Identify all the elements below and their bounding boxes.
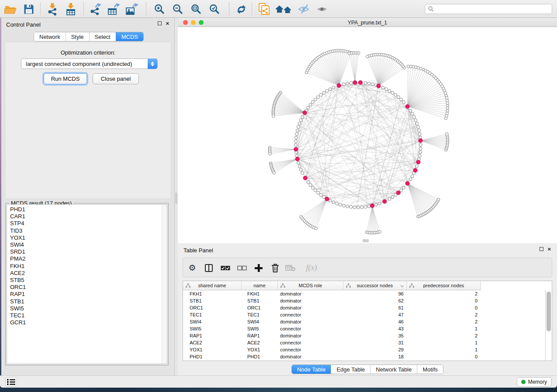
graph-node[interactable] [437, 198, 439, 201]
table-row[interactable]: PHD1PHD1dominator180 [183, 353, 545, 360]
delete-columns-icon[interactable] [269, 258, 282, 278]
graph-node[interactable] [317, 96, 320, 99]
tab-style[interactable]: Style [66, 32, 89, 41]
dominator-node[interactable] [383, 199, 387, 203]
dominator-node[interactable] [405, 104, 409, 108]
refresh-icon[interactable] [233, 2, 249, 17]
show-graphics-details-icon[interactable] [315, 2, 330, 17]
table-row[interactable]: SWI5SWI5connector431 [183, 325, 545, 332]
graph-node[interactable] [388, 197, 391, 200]
zoom-fit-icon[interactable] [188, 2, 204, 17]
close-panel-icon[interactable]: × [547, 247, 551, 251]
graph-node[interactable] [415, 165, 419, 168]
tab-network[interactable]: Network [34, 32, 66, 41]
dominator-node[interactable] [416, 160, 420, 164]
graph-node[interactable] [317, 191, 320, 194]
list-item[interactable]: TID3 [7, 227, 167, 234]
graph-node[interactable] [325, 89, 329, 93]
graph-node[interactable] [294, 144, 298, 147]
graph-node[interactable] [273, 172, 275, 174]
dominator-node[interactable] [325, 197, 329, 201]
graph-node[interactable] [417, 126, 420, 129]
graph-node[interactable] [412, 115, 415, 118]
graph-node[interactable] [353, 206, 356, 209]
graph-node[interactable] [336, 202, 339, 205]
dominator-node[interactable] [303, 111, 307, 115]
list-item[interactable]: ACE2 [7, 270, 167, 277]
graph-node[interactable] [299, 119, 302, 122]
column-header-name[interactable]: name [242, 281, 278, 290]
export-table-icon[interactable] [106, 2, 121, 17]
column-header-shared-name[interactable]: shared name [183, 281, 242, 290]
graph-node[interactable] [411, 112, 414, 115]
network-canvas[interactable] [178, 27, 557, 243]
run-mcds-button[interactable]: Run MCDS [44, 73, 87, 84]
graph-node[interactable] [297, 162, 300, 165]
vertical-splitter[interactable] [175, 18, 178, 375]
graph-node[interactable] [346, 82, 349, 85]
graph-node[interactable] [332, 201, 335, 204]
graph-node[interactable] [343, 204, 346, 207]
graph-node[interactable] [309, 103, 312, 107]
dominator-node[interactable] [413, 168, 417, 172]
unselect-all-icon[interactable] [235, 258, 249, 278]
graph-node[interactable] [314, 98, 317, 101]
zoom-in-icon[interactable] [152, 2, 167, 17]
graph-node[interactable] [295, 133, 298, 136]
close-panel-icon[interactable]: × [166, 21, 169, 25]
mcds-list-scrollbar[interactable] [162, 205, 167, 364]
criterion-dropdown[interactable]: largest connected component (undirected) [21, 58, 158, 69]
tab-network-table[interactable]: Network Table [370, 365, 417, 374]
table-row[interactable]: ACE2ACE2connector311 [183, 339, 545, 346]
graph-node[interactable] [418, 133, 421, 136]
graph-node[interactable] [409, 178, 412, 181]
graph-node[interactable] [364, 82, 367, 85]
graph-node[interactable] [349, 206, 353, 209]
list-item[interactable]: SRD1 [7, 248, 167, 255]
list-item[interactable]: STP4 [7, 220, 167, 227]
list-item[interactable]: STB5 [7, 277, 167, 284]
graph-node[interactable] [391, 91, 394, 94]
graph-node[interactable] [299, 168, 302, 171]
graph-node[interactable] [349, 82, 353, 85]
select-all-icon[interactable] [219, 258, 232, 278]
graph-node[interactable] [329, 88, 332, 91]
column-header-MCDS-role[interactable]: MCDS role [278, 281, 343, 290]
graph-node[interactable] [411, 175, 414, 178]
tab-edge-table[interactable]: Edge Table [331, 365, 370, 374]
create-column-icon[interactable] [252, 258, 265, 278]
graph-node[interactable] [307, 181, 310, 184]
graph-node[interactable] [367, 82, 370, 85]
dominator-node[interactable] [295, 157, 299, 161]
list-item[interactable]: TEC1 [7, 312, 167, 319]
memory-button[interactable]: Memory [517, 377, 551, 387]
graph-node[interactable] [307, 106, 310, 109]
list-item[interactable]: SWI5 [7, 305, 167, 312]
graph-node[interactable] [409, 109, 412, 112]
graph-node[interactable] [322, 91, 325, 94]
column-header-predecessor-nodes[interactable]: predecessor nodes [407, 281, 481, 290]
graph-node[interactable] [339, 203, 342, 206]
graph-node[interactable] [371, 83, 374, 86]
two-houses-icon[interactable] [274, 2, 294, 17]
float-panel-icon[interactable] [158, 21, 162, 25]
graph-node[interactable] [388, 89, 391, 93]
graph-node[interactable] [375, 203, 378, 206]
import-network-icon[interactable] [45, 2, 60, 17]
column-header-successor-nodes[interactable]: successor nodes [343, 281, 407, 290]
table-row[interactable]: TEC1TEC1connector472 [183, 311, 545, 318]
tab-mcds[interactable]: MCDS [116, 32, 143, 41]
graph-node[interactable] [360, 206, 363, 209]
graph-node[interactable] [419, 147, 422, 150]
graph-node[interactable] [311, 186, 315, 189]
splitter-handle[interactable] [175, 193, 177, 204]
graph-node[interactable] [298, 122, 301, 125]
graph-node[interactable] [385, 88, 388, 91]
dominator-node[interactable] [377, 84, 381, 88]
dominator-node[interactable] [337, 83, 341, 87]
float-panel-icon[interactable] [540, 247, 543, 251]
tab-select[interactable]: Select [89, 32, 116, 41]
list-item[interactable]: FKH1 [7, 263, 167, 270]
hide-graphics-details-icon[interactable] [296, 2, 312, 17]
graph-node[interactable] [418, 154, 421, 157]
